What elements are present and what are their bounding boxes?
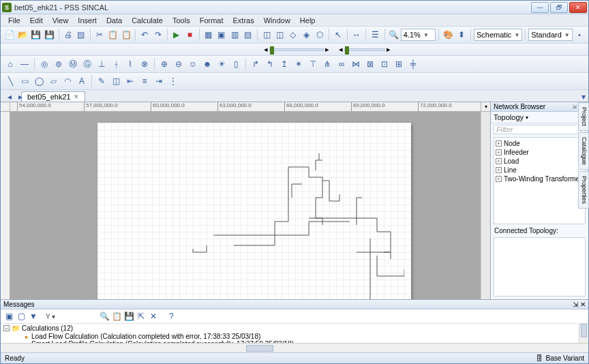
level-combo[interactable]: Standard ▼ bbox=[528, 29, 573, 41]
run-button[interactable]: ▶ bbox=[170, 28, 183, 42]
draw-text-icon[interactable]: A bbox=[75, 74, 89, 88]
element-ind-icon[interactable]: ⟊ bbox=[109, 57, 123, 71]
route-left-icon[interactable]: ↰ bbox=[263, 57, 277, 71]
element-breaker-icon[interactable]: ⊗ bbox=[138, 57, 151, 71]
canvas[interactable] bbox=[10, 112, 481, 299]
expand-icon[interactable]: + bbox=[496, 158, 502, 164]
slider2-thumb[interactable] bbox=[345, 46, 349, 55]
msg-filter-button[interactable]: ▼ bbox=[28, 311, 39, 322]
draw-arc-icon[interactable]: ◠ bbox=[61, 74, 74, 88]
close-button[interactable]: ✕ bbox=[569, 2, 587, 13]
msg-help-button[interactable]: ? bbox=[166, 311, 177, 322]
tab-menu-button[interactable]: ▾ bbox=[579, 92, 588, 102]
layer2-button[interactable]: ◫ bbox=[273, 28, 286, 42]
messages-root[interactable]: – 📁 Calculations (12) bbox=[1, 324, 588, 333]
menu-insert[interactable]: Insert bbox=[73, 16, 102, 25]
layer3-button[interactable]: ◇ bbox=[287, 28, 299, 42]
topology-dropdown[interactable]: Topology ▾ bbox=[491, 112, 588, 123]
element-gen-icon[interactable]: Ⓖ bbox=[80, 57, 94, 71]
element-switch-icon[interactable]: ⌇ bbox=[123, 57, 137, 71]
palette-button[interactable]: 🎨 bbox=[442, 28, 454, 42]
slider2-left-icon[interactable]: ◂ bbox=[339, 45, 343, 54]
expand-icon[interactable]: + bbox=[496, 176, 502, 182]
menu-file[interactable]: File bbox=[3, 16, 25, 25]
msg-save-button[interactable]: 💾 bbox=[123, 311, 134, 322]
coupler3-icon[interactable]: ⊠ bbox=[363, 57, 377, 71]
element-load-icon[interactable]: ⊖ bbox=[172, 57, 185, 71]
tab-nav-prev[interactable]: ◂ bbox=[5, 92, 14, 102]
route-right-icon[interactable]: ↱ bbox=[249, 57, 262, 71]
slider2-right-icon[interactable]: ▸ bbox=[387, 45, 391, 54]
ruler-menu-button[interactable]: ▾ bbox=[481, 102, 490, 112]
tab-close-icon[interactable]: ✕ bbox=[74, 93, 79, 100]
messages-vscrollbar[interactable] bbox=[579, 324, 588, 343]
cut-button[interactable]: ✂ bbox=[93, 28, 106, 42]
zoom-combo[interactable]: 4.1% ▼ bbox=[401, 29, 436, 41]
dots-icon[interactable]: ⋮ bbox=[166, 74, 180, 88]
route-cross-icon[interactable]: ✶ bbox=[292, 57, 305, 71]
menu-calculate[interactable]: Calculate bbox=[127, 16, 168, 25]
copy-button[interactable]: 📋 bbox=[106, 28, 119, 42]
side-tab-project[interactable]: Project bbox=[578, 102, 589, 131]
align-center-icon[interactable]: ≡ bbox=[138, 74, 151, 88]
open-button[interactable]: 📂 bbox=[16, 28, 29, 42]
coupler4-icon[interactable]: ⊡ bbox=[378, 57, 391, 71]
layer4-button[interactable]: ◈ bbox=[300, 28, 312, 42]
tab-nav-next[interactable]: ▸ bbox=[16, 92, 25, 102]
element-motor-icon[interactable]: Ⓜ bbox=[66, 57, 80, 71]
messages-hscrollbar[interactable] bbox=[1, 343, 588, 352]
level-extra-button[interactable]: • bbox=[573, 28, 586, 42]
slider2-track[interactable] bbox=[344, 48, 385, 51]
route-tee-icon[interactable]: ⊤ bbox=[306, 57, 320, 71]
side-tab-catalogue[interactable]: Catalogue bbox=[578, 132, 589, 170]
document-tab[interactable]: bet05_ehk21 ✕ bbox=[21, 91, 85, 102]
align-left-icon[interactable]: ⇤ bbox=[123, 74, 137, 88]
menu-format[interactable]: Format bbox=[195, 16, 228, 25]
coupler5-icon[interactable]: ⊞ bbox=[392, 57, 406, 71]
msg-export-button[interactable]: ⇱ bbox=[136, 311, 147, 322]
slider1-thumb[interactable] bbox=[270, 46, 274, 55]
filter-input[interactable]: Filter ▾ bbox=[494, 125, 586, 134]
route-up-icon[interactable]: ↥ bbox=[277, 57, 291, 71]
expand-icon[interactable]: + bbox=[496, 167, 502, 173]
window3-button[interactable]: ▤ bbox=[242, 28, 254, 42]
message-line[interactable]: ▸Load Flow Calculation (Calculation comp… bbox=[1, 333, 588, 340]
element-cap-icon[interactable]: ⊥ bbox=[95, 57, 108, 71]
element-asyn-icon[interactable]: ☻ bbox=[200, 57, 214, 71]
grid-button[interactable]: ▦ bbox=[202, 28, 214, 42]
measure-button[interactable]: ↔ bbox=[350, 28, 363, 42]
element-sync-icon[interactable]: ☺ bbox=[186, 57, 200, 71]
msg-find-button[interactable]: 🔍 bbox=[99, 311, 110, 322]
preview-button[interactable]: ▤ bbox=[75, 28, 87, 42]
slider1-left-icon[interactable]: ◂ bbox=[264, 45, 268, 54]
undo-button[interactable]: ↶ bbox=[138, 28, 151, 42]
menu-view[interactable]: View bbox=[48, 16, 74, 25]
edit-delete-icon[interactable]: ✎ bbox=[95, 74, 108, 88]
window1-button[interactable]: ▣ bbox=[215, 28, 228, 42]
panel-close-icon[interactable]: ✕ bbox=[580, 301, 586, 308]
slider1-track[interactable] bbox=[269, 48, 324, 51]
draw-line-icon[interactable]: ╲ bbox=[3, 74, 17, 88]
draw-rect-icon[interactable]: ▭ bbox=[18, 74, 31, 88]
msg-expand-button[interactable]: ▣ bbox=[3, 311, 14, 322]
coupler2-icon[interactable]: ⋈ bbox=[349, 57, 363, 71]
zoom-tool-button[interactable]: 🔍 bbox=[387, 28, 399, 42]
tree-item-line[interactable]: +Line bbox=[496, 166, 584, 175]
menu-tools[interactable]: Tools bbox=[168, 16, 195, 25]
layer-button[interactable]: ◫ bbox=[260, 28, 273, 42]
slider1-right-icon[interactable]: ▸ bbox=[325, 45, 329, 54]
canvas-vscrollbar[interactable] bbox=[481, 112, 490, 299]
element-pv-icon[interactable]: ☀ bbox=[215, 57, 228, 71]
draw-poly-icon[interactable]: ▱ bbox=[46, 74, 60, 88]
tree-item-node[interactable]: +Node bbox=[496, 139, 584, 148]
element-transformer-icon[interactable]: ◎ bbox=[37, 57, 51, 71]
select-mode-button[interactable]: ↖ bbox=[332, 28, 344, 42]
msg-copy-button[interactable]: 📋 bbox=[111, 311, 122, 322]
save-all-button[interactable]: 💾 bbox=[43, 28, 55, 42]
tree-item-load[interactable]: +Load bbox=[496, 157, 584, 166]
element-3wtrans-icon[interactable]: ⊚ bbox=[52, 57, 65, 71]
maximize-button[interactable]: 🗗 bbox=[550, 2, 568, 13]
side-tab-properties[interactable]: Properties bbox=[578, 171, 589, 209]
print-button[interactable]: 🖨 bbox=[61, 28, 74, 42]
new-button[interactable]: 📄 bbox=[3, 28, 16, 42]
